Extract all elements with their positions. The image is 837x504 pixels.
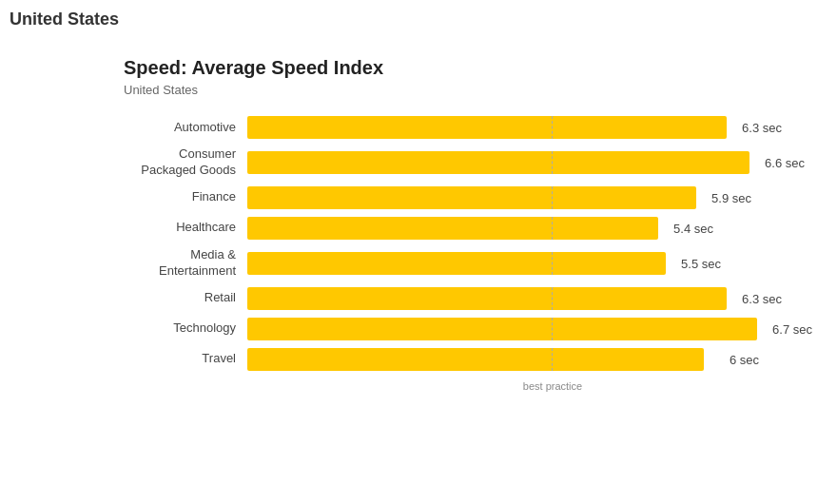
bar-fill: 5.9 sec	[247, 186, 696, 209]
chart-container: Speed: Average Speed Index United States…	[124, 57, 818, 475]
bar-label: ConsumerPackaged Goods	[124, 146, 247, 179]
bar-track: 5.4 sec	[247, 217, 818, 240]
bar-label: Media &Entertainment	[124, 247, 247, 280]
bar-fill: 5.4 sec	[247, 217, 658, 240]
bar-value: 5.4 sec	[673, 221, 713, 235]
bar-track: 6.3 sec	[247, 287, 818, 310]
bar-row: Media &Entertainment5.5 sec	[124, 247, 818, 280]
bar-track: 5.5 sec	[247, 252, 818, 275]
bar-label: Retail	[124, 290, 247, 306]
bar-label: Travel	[124, 351, 247, 367]
bars-wrapper: Automotive6.3 secConsumerPackaged Goods6…	[124, 116, 818, 371]
bar-row: Travel6 secbest practice	[124, 348, 818, 371]
bar-value: 6.3 sec	[742, 291, 782, 305]
bar-fill: 6 sec	[247, 348, 704, 371]
bar-track: 6.6 sec	[247, 151, 818, 174]
bar-fill: 5.5 sec	[247, 252, 666, 275]
bar-value: 6.6 sec	[765, 155, 805, 169]
bar-value: 5.5 sec	[681, 256, 721, 270]
bar-track: 6.7 sec	[247, 318, 818, 340]
bar-row: ConsumerPackaged Goods6.6 sec	[124, 146, 818, 179]
bar-value: 5.9 sec	[711, 190, 751, 204]
bar-value: 6.3 sec	[742, 121, 782, 135]
bar-fill: 6.3 sec	[247, 116, 727, 139]
bar-fill: 6.7 sec	[247, 318, 757, 340]
bar-label: Technology	[124, 320, 247, 337]
chart-area: Automotive6.3 secConsumerPackaged Goods6…	[124, 116, 818, 371]
page-title: United States	[10, 10, 119, 29]
bar-row: Finance5.9 sec	[124, 186, 818, 209]
chart-title: Speed: Average Speed Index	[124, 57, 818, 79]
bar-row: Automotive6.3 sec	[124, 116, 818, 139]
bar-track: 6.3 sec	[247, 116, 818, 139]
bar-fill: 6.6 sec	[247, 151, 749, 174]
bar-value: 6 sec	[730, 352, 759, 366]
bar-value: 6.7 sec	[772, 321, 812, 336]
chart-subtitle: United States	[124, 83, 818, 97]
bar-fill: 6.3 sec	[247, 287, 727, 310]
bar-label: Finance	[124, 189, 247, 205]
bar-label: Automotive	[124, 120, 247, 136]
bar-track: 6 secbest practice	[247, 348, 818, 371]
best-practice-label: best practice	[523, 380, 582, 392]
bar-label: Healthcare	[124, 220, 247, 236]
bar-row: Retail6.3 sec	[124, 287, 818, 310]
bar-track: 5.9 sec	[247, 186, 818, 209]
bar-row: Healthcare5.4 sec	[124, 217, 818, 240]
bar-row: Technology6.7 sec	[124, 318, 818, 340]
